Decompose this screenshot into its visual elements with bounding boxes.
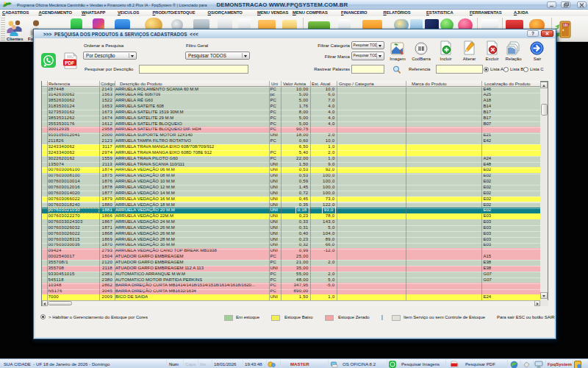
svg-text:PDF: PDF: [65, 60, 74, 66]
svg-text:EXIT: EXIT: [564, 24, 570, 26]
